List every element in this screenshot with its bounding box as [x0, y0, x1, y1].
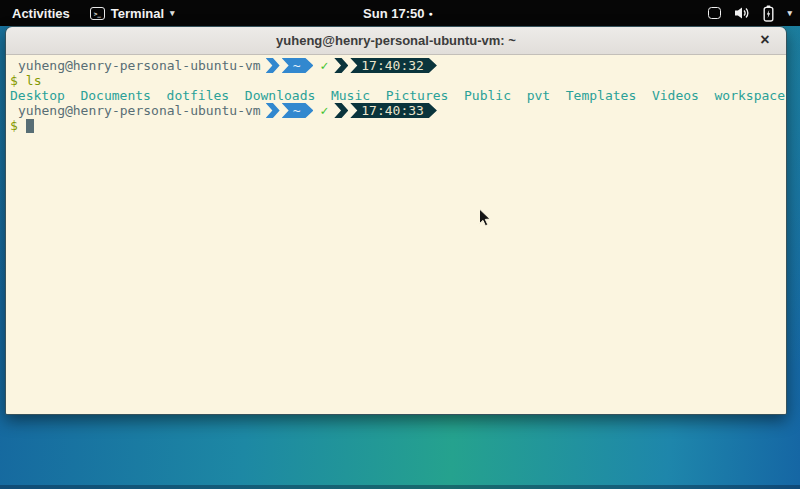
clock-label: Sun 17:50 [363, 6, 424, 21]
command-line: $ ls [10, 73, 782, 88]
check-icon: ✓ [320, 58, 328, 73]
chevron-down-icon: ▾ [787, 8, 792, 18]
command-line: $ [10, 118, 782, 133]
prompt-user-host: yuheng@henry-personal-ubuntu-vm [10, 58, 261, 73]
typed-command: ls [26, 73, 42, 88]
terminal-content[interactable]: yuheng@henry-personal-ubuntu-vm ~ ✓ 17:4… [6, 55, 786, 414]
ls-item: Music [331, 88, 370, 103]
time-badge: 17:40:32 [350, 58, 437, 73]
ls-item: Documents [80, 88, 150, 103]
terminal-window: yuheng@henry-personal-ubuntu-vm: ~ × yuh… [5, 26, 787, 415]
ls-item: Pictures [386, 88, 449, 103]
ls-output: Desktop Documents dotfiles Downloads Mus… [10, 88, 782, 103]
window-title: yuheng@henry-personal-ubuntu-vm: ~ [276, 33, 516, 48]
app-menu-label: Terminal [111, 6, 164, 21]
ls-item: Desktop [10, 88, 65, 103]
ls-item: Templates [566, 88, 636, 103]
screen-icon [708, 7, 721, 19]
powerline-chevron-icon [334, 103, 348, 118]
desktop-bottom-shade [0, 485, 800, 489]
cwd-badge: ~ [282, 58, 314, 73]
prompt-user-host: yuheng@henry-personal-ubuntu-vm [10, 103, 261, 118]
close-button[interactable]: × [754, 29, 776, 51]
check-icon: ✓ [320, 103, 328, 118]
prompt-char: $ [10, 73, 18, 88]
ls-item: pvt [527, 88, 550, 103]
ls-item: Public [464, 88, 511, 103]
powerline-chevron-icon [266, 58, 280, 73]
cwd-label: ~ [293, 103, 301, 118]
system-menu[interactable]: ▾ [708, 0, 792, 26]
prompt-line: yuheng@henry-personal-ubuntu-vm ~ ✓ 17:4… [10, 103, 782, 118]
time-badge: 17:40:33 [350, 103, 437, 118]
ls-item: Downloads [245, 88, 315, 103]
terminal-app-icon: >_ [90, 7, 105, 20]
clock-menu[interactable]: Sun 17:50 ● [363, 6, 433, 21]
ls-item: workspace [715, 88, 785, 103]
battery-charging-icon [763, 5, 774, 22]
powerline-chevron-icon [266, 103, 280, 118]
top-bar: Activities >_ Terminal ▾ Sun 17:50 ● ▾ [0, 0, 800, 26]
notification-dot: ● [429, 10, 433, 17]
cwd-label: ~ [293, 58, 301, 73]
app-menu-terminal[interactable]: >_ Terminal ▾ [90, 6, 175, 21]
ls-item: Videos [652, 88, 699, 103]
prompt-char: $ [10, 118, 18, 133]
time-label: 17:40:33 [361, 103, 424, 118]
cwd-badge: ~ [282, 103, 314, 118]
prompt-line: yuheng@henry-personal-ubuntu-vm ~ ✓ 17:4… [10, 58, 782, 73]
ls-item: dotfiles [167, 88, 230, 103]
window-titlebar[interactable]: yuheng@henry-personal-ubuntu-vm: ~ × [6, 27, 786, 55]
time-label: 17:40:32 [361, 58, 424, 73]
powerline-chevron-icon [334, 58, 348, 73]
volume-icon [734, 6, 750, 20]
text-cursor [26, 119, 34, 133]
chevron-down-icon: ▾ [170, 8, 175, 18]
activities-button[interactable]: Activities [12, 6, 70, 21]
